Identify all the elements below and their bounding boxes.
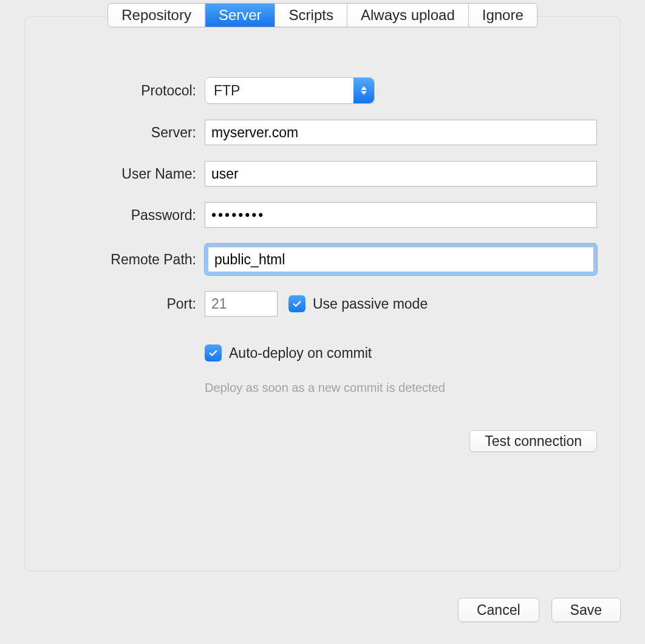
autodeploy-hint: Deploy as soon as a new commit is detect… xyxy=(205,381,445,395)
row-server: Server: xyxy=(48,120,597,145)
password-input[interactable] xyxy=(205,202,597,228)
row-password: Password: xyxy=(48,202,597,228)
remote-path-input[interactable] xyxy=(208,247,594,272)
tab-server[interactable]: Server xyxy=(205,4,276,27)
label-remote-path: Remote Path: xyxy=(48,252,205,268)
server-input[interactable] xyxy=(205,120,597,145)
tab-ignore[interactable]: Ignore xyxy=(469,4,537,27)
label-password: Password: xyxy=(48,207,205,224)
row-port: Port: Use passive mode xyxy=(48,291,597,317)
label-protocol: Protocol: xyxy=(48,83,205,99)
label-username: User Name: xyxy=(48,166,205,182)
row-username: User Name: xyxy=(48,161,597,187)
dialog-buttons: Cancel Save xyxy=(458,598,621,622)
test-connection-button[interactable]: Test connection xyxy=(469,430,597,452)
protocol-dropdown[interactable]: FTP xyxy=(205,77,375,104)
settings-panel: Protocol: FTP Server: User Name: xyxy=(24,16,621,571)
row-autodeploy: Auto-deploy on commit Deploy as soon as … xyxy=(48,344,597,395)
autodeploy-label: Auto-deploy on commit xyxy=(229,345,372,361)
passive-mode-label: Use passive mode xyxy=(313,296,428,312)
autodeploy-checkbox[interactable] xyxy=(205,344,222,361)
passive-mode-option[interactable]: Use passive mode xyxy=(288,295,428,312)
tab-scripts[interactable]: Scripts xyxy=(276,4,347,27)
tab-bar: Repository Server Scripts Always upload … xyxy=(108,3,538,27)
port-input[interactable] xyxy=(205,291,278,317)
checkmark-icon xyxy=(292,298,302,309)
passive-mode-checkbox[interactable] xyxy=(288,295,305,312)
tab-repository[interactable]: Repository xyxy=(108,4,205,27)
label-server: Server: xyxy=(48,125,205,141)
label-port: Port: xyxy=(48,296,205,312)
test-connection-row: Test connection xyxy=(48,430,597,452)
updown-icon xyxy=(353,78,374,103)
server-form: Protocol: FTP Server: User Name: xyxy=(25,77,620,452)
row-protocol: Protocol: FTP xyxy=(48,77,597,104)
username-input[interactable] xyxy=(205,161,597,187)
row-remote-path: Remote Path: xyxy=(48,244,597,275)
protocol-value: FTP xyxy=(214,83,240,99)
remote-path-focus-ring xyxy=(205,244,597,275)
autodeploy-option[interactable]: Auto-deploy on commit xyxy=(205,344,372,361)
save-button[interactable]: Save xyxy=(551,598,621,622)
cancel-button[interactable]: Cancel xyxy=(458,598,539,622)
checkmark-icon xyxy=(208,348,219,358)
tab-always-upload[interactable]: Always upload xyxy=(347,4,469,27)
